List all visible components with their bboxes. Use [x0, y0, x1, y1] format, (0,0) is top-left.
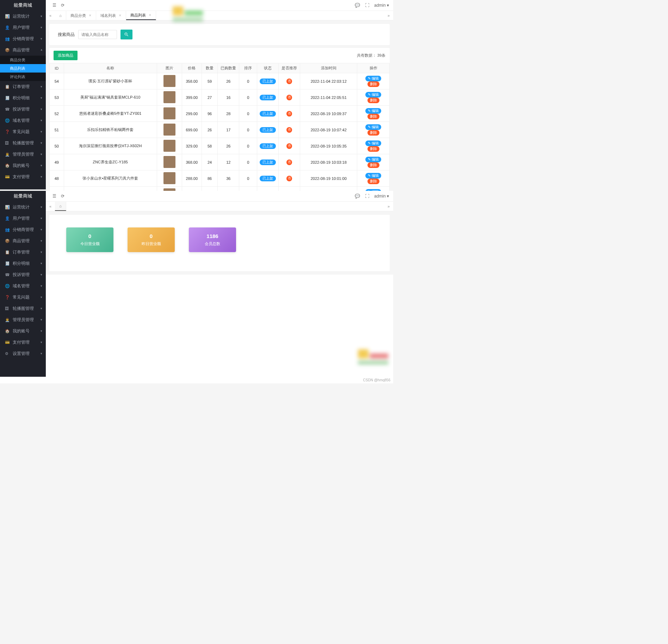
product-thumbnail[interactable] [163, 172, 175, 184]
edit-button[interactable]: ✎ 编辑 [365, 173, 381, 179]
delete-button[interactable]: 删除 [367, 98, 379, 103]
message-icon[interactable]: 💬 [355, 3, 360, 8]
sidebar-item[interactable]: ❓ 常见问题 ▾ [0, 126, 46, 137]
stat-value: 0 [88, 233, 91, 239]
sidebar-item[interactable]: ❓ 常见问题 ▾ [0, 292, 46, 303]
tab-home[interactable]: ⌂ [55, 202, 66, 211]
total-count: 共有数据： 39条 [357, 53, 385, 58]
close-icon[interactable]: ✕ [89, 14, 92, 17]
search-button[interactable] [120, 30, 132, 39]
fullscreen-icon[interactable]: ⛶ [365, 3, 369, 8]
sidebar-item[interactable]: 📊 运营统计 ▾ [0, 201, 46, 213]
cell-status: 已上架 [257, 154, 279, 170]
sidebar-item[interactable]: 💳 支付管理 ▾ [0, 337, 46, 348]
sidebar-item[interactable]: ☎ 投诉管理 ▾ [0, 269, 46, 280]
product-thumbnail[interactable] [163, 156, 175, 168]
sidebar-item[interactable]: 📋 订单管理 ▾ [0, 246, 46, 258]
status-badge: 已上架 [260, 127, 276, 133]
tabs-next-icon[interactable]: » [384, 202, 393, 211]
sidebar-item[interactable]: 🧾 积分明细 ▾ [0, 92, 46, 104]
tab[interactable]: 商品分类 ✕ [66, 11, 96, 20]
sidebar-item[interactable]: 👤 用户管理 ▾ [0, 213, 46, 224]
sub-item-category[interactable]: 商品分类 [0, 56, 46, 64]
sidebar-item-product[interactable]: 📦 商品管理 ▾ [0, 235, 46, 246]
sidebar-item[interactable]: ⚙ 设置管理 ▾ [0, 348, 46, 359]
sidebar-item[interactable]: 🏠 我的账号 ▾ [0, 160, 46, 171]
edit-button[interactable]: ✎ 编辑 [365, 92, 381, 98]
status-badge: 已上架 [260, 160, 276, 165]
delete-button[interactable]: 删除 [367, 81, 379, 87]
sidebar-item[interactable]: 🏠 我的账号 ▾ [0, 325, 46, 337]
product-thumbnail[interactable] [163, 75, 175, 87]
sidebar-item-label: 商品管理 [13, 238, 30, 244]
collapse-sidebar-icon[interactable]: ☰ [50, 194, 58, 199]
cell-price: 699.00 [182, 122, 202, 138]
cell-bought: 12 [218, 154, 239, 170]
edit-button[interactable]: ✎ 编辑 [365, 108, 381, 114]
sidebar-item-label: 域名管理 [13, 118, 30, 124]
sidebar-item[interactable]: 👤 用户管理 ▾ [0, 22, 46, 33]
tab-home[interactable]: ⌂ [55, 11, 66, 20]
product-thumbnail[interactable] [163, 124, 175, 136]
sidebar-item[interactable]: 📋 订单管理 ▾ [0, 81, 46, 92]
box-icon: 📦 [5, 239, 10, 243]
user-menu[interactable]: admin ▾ [374, 3, 389, 8]
tab[interactable]: 域名列表 ✕ [96, 11, 126, 20]
message-icon[interactable]: 💬 [355, 194, 360, 199]
sub-item-product-list[interactable]: 商品列表 [0, 64, 46, 73]
sidebar-item[interactable]: 👥 分销商管理 ▾ [0, 33, 46, 44]
close-icon[interactable]: ✕ [149, 13, 151, 17]
sidebar-item[interactable]: 🧾 积分明细 ▾ [0, 258, 46, 269]
delete-button[interactable]: 删除 [367, 179, 379, 184]
user-menu[interactable]: admin ▾ [374, 194, 389, 199]
cell-op: ✎ 编辑 删除 [357, 170, 390, 187]
sidebar-item-label: 积分明细 [13, 261, 30, 267]
sidebar-item-label: 运营统计 [13, 204, 30, 210]
sidebar-item[interactable]: 🌐 域名管理 ▾ [0, 115, 46, 126]
sidebar-item[interactable]: 👨‍💼 管理员管理 ▾ [0, 314, 46, 325]
fullscreen-icon[interactable]: ⛶ [365, 194, 369, 199]
sidebar-item-product[interactable]: 📦 商品管理 ▾ [0, 44, 46, 56]
sidebar-item[interactable]: 📊 运营统计 ▾ [0, 11, 46, 22]
nav-icon: 🖼 [5, 306, 10, 311]
nav-icon: 📊 [5, 14, 10, 19]
delete-button[interactable]: 删除 [367, 146, 379, 152]
recommend-badge: 否 [286, 111, 292, 117]
tabs-prev-icon[interactable]: « [46, 202, 55, 211]
tab[interactable]: 商品列表 ✕ [126, 11, 156, 20]
nav-icon: 👤 [5, 25, 10, 30]
sub-item-comments[interactable]: 评论列表 [0, 73, 46, 81]
edit-button[interactable]: ✎ 编辑 [365, 76, 381, 81]
chevron-down-icon: ▾ [41, 96, 42, 100]
delete-button[interactable]: 删除 [367, 130, 379, 136]
nav-icon: 💳 [5, 340, 10, 345]
sidebar-item[interactable]: ☎ 投诉管理 ▾ [0, 104, 46, 115]
sidebar-item[interactable]: 👥 分销商管理 ▾ [0, 224, 46, 235]
close-icon[interactable]: ✕ [119, 14, 122, 17]
sidebar-item[interactable]: 👨‍💼 管理员管理 ▾ [0, 149, 46, 160]
chevron-down-icon: ▾ [41, 164, 42, 167]
product-thumbnail[interactable] [163, 140, 175, 152]
search-input[interactable] [78, 30, 117, 39]
tabs-next-icon[interactable]: » [384, 11, 393, 20]
product-thumbnail[interactable] [163, 91, 175, 103]
edit-button[interactable]: ✎ 编辑 [365, 157, 381, 162]
refresh-icon[interactable]: ⟳ [58, 3, 67, 8]
product-thumbnail[interactable] [163, 107, 175, 119]
refresh-icon[interactable]: ⟳ [58, 194, 67, 199]
delete-button[interactable]: 删除 [367, 162, 379, 168]
user-name: admin [374, 194, 386, 199]
sidebar-item[interactable]: 🖼 轮播图管理 ▾ [0, 137, 46, 149]
add-product-button[interactable]: 添加商品 [54, 51, 78, 60]
tab-label: 商品分类 [70, 13, 86, 18]
collapse-sidebar-icon[interactable]: ☰ [50, 3, 58, 8]
tabs-prev-icon[interactable]: « [46, 11, 55, 20]
edit-button[interactable]: ✎ 编辑 [365, 140, 381, 146]
sidebar-item[interactable]: 🖼 轮播图管理 ▾ [0, 303, 46, 314]
sidebar-item-label: 支付管理 [13, 174, 30, 180]
cell-sort: 0 [239, 73, 257, 89]
delete-button[interactable]: 删除 [367, 114, 379, 119]
sidebar-item[interactable]: 🌐 域名管理 ▾ [0, 280, 46, 292]
edit-button[interactable]: ✎ 编辑 [365, 124, 381, 130]
sidebar-item[interactable]: 💳 支付管理 ▾ [0, 171, 46, 182]
